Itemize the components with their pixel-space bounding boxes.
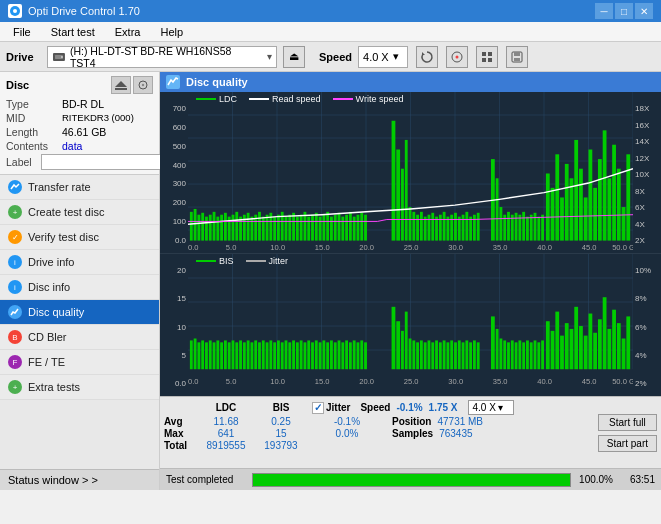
svg-rect-136 (626, 154, 630, 240)
svg-rect-130 (598, 159, 602, 240)
sidebar-item-label-disc-info: Disc info (28, 281, 70, 293)
svg-rect-227 (462, 342, 465, 369)
speed-col-label: Speed (360, 402, 390, 413)
legend-ldc: LDC (196, 94, 237, 104)
menu-file[interactable]: File (4, 23, 40, 41)
svg-marker-5 (422, 52, 425, 55)
stats-col-ldc: LDC (198, 402, 254, 413)
start-part-button[interactable]: Start part (598, 435, 657, 452)
menu-extra[interactable]: Extra (106, 23, 150, 41)
y-label-0: 0.0 (175, 236, 186, 245)
create-test-disc-icon: + (8, 205, 22, 219)
sidebar-item-label-disc-quality: Disc quality (28, 306, 84, 318)
start-full-button[interactable]: Start full (598, 414, 657, 431)
sidebar-item-drive-info[interactable]: i Drive info (0, 250, 159, 275)
svg-rect-235 (503, 340, 506, 369)
svg-rect-132 (607, 178, 611, 240)
close-button[interactable]: ✕ (635, 3, 653, 19)
svg-rect-11 (488, 58, 492, 62)
sidebar-item-create-test-disc[interactable]: + Create test disc (0, 200, 159, 225)
eject-button[interactable]: ⏏ (283, 46, 305, 68)
svg-rect-202 (341, 342, 344, 369)
maximize-button[interactable]: □ (615, 3, 633, 19)
status-window-button[interactable]: Status window > > (0, 469, 159, 490)
svg-rect-173 (232, 340, 235, 369)
svg-rect-114 (526, 217, 529, 241)
write-speed-color (333, 98, 353, 100)
svg-rect-129 (593, 188, 597, 241)
sidebar-item-cd-bler[interactable]: B CD Bler (0, 325, 159, 350)
disc-info-button[interactable] (133, 76, 153, 94)
disc-label-input[interactable] (41, 154, 174, 170)
disc-type-field: Type BD-R DL (6, 98, 153, 110)
sidebar-item-extra-tests[interactable]: + Extra tests (0, 375, 159, 400)
menu-start-test[interactable]: Start test (42, 23, 104, 41)
svg-rect-193 (307, 340, 310, 369)
jitter-color (246, 260, 266, 262)
svg-point-1 (13, 9, 17, 13)
save-button[interactable] (506, 46, 528, 68)
svg-text:15.0: 15.0 (315, 243, 330, 252)
speed-selector-stats[interactable]: 4.0 X ▾ (468, 400, 514, 415)
svg-rect-71 (326, 212, 329, 241)
svg-rect-80 (360, 213, 363, 241)
speed-selector[interactable]: 4.0 X ▾ (358, 46, 408, 68)
sidebar-item-disc-quality[interactable]: Disc quality (0, 300, 159, 325)
read-speed-color (249, 98, 269, 100)
svg-rect-79 (357, 215, 360, 241)
svg-text:35.0: 35.0 (493, 243, 508, 252)
svg-rect-177 (247, 340, 250, 369)
stats-header-row: LDC BIS ✓ Jitter Speed -0.1% 1.75 X 4.0 … (164, 400, 590, 415)
refresh-button[interactable] (416, 46, 438, 68)
y-label-00: 0.0 (175, 379, 186, 388)
y-label-12x: 12X (635, 154, 649, 163)
disc-mid-label: MID (6, 112, 62, 124)
y-label-100: 100 (173, 217, 186, 226)
svg-rect-220 (435, 340, 438, 369)
svg-rect-191 (300, 340, 303, 369)
speed-label: Speed (319, 51, 352, 63)
disc-button[interactable] (446, 46, 468, 68)
app-icon (8, 4, 22, 18)
status-window-label: Status window > > (8, 474, 98, 486)
jitter-label: Jitter (326, 402, 350, 413)
progress-bar-inner (253, 474, 570, 486)
svg-rect-263 (626, 316, 630, 369)
y-label-8x: 8X (635, 187, 645, 196)
sidebar-item-transfer-rate[interactable]: Transfer rate (0, 175, 159, 200)
legend-jitter-text: Jitter (269, 256, 289, 266)
sidebar-item-fe-te[interactable]: F FE / TE (0, 350, 159, 375)
panel-header: Disc quality (160, 72, 661, 92)
svg-rect-104 (477, 213, 480, 241)
y-label-14x: 14X (635, 137, 649, 146)
legend-write-speed-text: Write speed (356, 94, 404, 104)
svg-rect-260 (612, 310, 616, 370)
svg-rect-258 (603, 297, 607, 369)
svg-rect-174 (235, 342, 238, 369)
disc-eject-button[interactable] (111, 76, 131, 94)
svg-rect-236 (507, 342, 510, 369)
svg-rect-78 (353, 217, 356, 241)
sidebar-item-verify-test-disc[interactable]: ✓ Verify test disc (0, 225, 159, 250)
menu-help[interactable]: Help (151, 23, 192, 41)
transfer-rate-icon (8, 180, 22, 194)
jitter-checkbox[interactable]: ✓ (312, 402, 324, 414)
stats-total-row: Total 8919555 193793 (164, 440, 590, 451)
sidebar-item-disc-info[interactable]: i Disc info (0, 275, 159, 300)
total-ldc-val: 8919555 (198, 440, 254, 451)
titlebar-controls: ─ □ ✕ (595, 3, 653, 19)
drive-selector[interactable]: (H:) HL-DT-ST BD-RE WH16NS58 TST4 ▾ (47, 46, 277, 68)
svg-rect-254 (584, 336, 588, 370)
speed-dropdown-arrow: ▾ (393, 50, 399, 63)
minimize-button[interactable]: ─ (595, 3, 613, 19)
svg-rect-249 (560, 336, 564, 370)
settings-icon (480, 50, 494, 64)
settings-button[interactable] (476, 46, 498, 68)
menubar: File Start test Extra Help (0, 22, 661, 42)
svg-rect-225 (454, 342, 457, 369)
svg-rect-122 (560, 197, 564, 240)
svg-rect-91 (428, 215, 431, 241)
svg-rect-165 (201, 340, 204, 369)
svg-rect-198 (326, 342, 329, 369)
svg-rect-243 (534, 340, 537, 369)
